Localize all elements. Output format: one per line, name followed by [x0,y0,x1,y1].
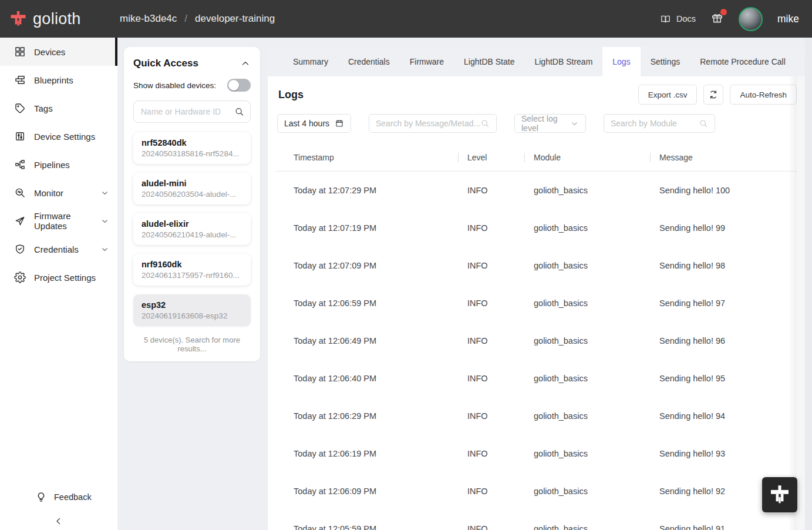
cell-level: INFO [458,374,524,383]
show-disabled-toggle[interactable] [227,79,251,92]
cell-message: Sending hello! 98 [650,261,797,270]
message-search-input[interactable] [376,119,480,128]
cell-message: Sending hello! 97 [650,298,797,308]
docs-link[interactable]: Docs [660,14,696,25]
table-row[interactable]: Today at 12:06:09 PMINFOgolioth_basicsSe… [276,472,797,510]
device-search-input[interactable] [133,100,251,123]
sidebar-item-pipelines[interactable]: Pipelines [0,150,117,179]
quick-access-panel: Quick Access Show disabled devices: nrf5… [124,47,260,361]
sidebar-item-blueprints[interactable]: Blueprints [0,66,117,94]
toggle-knob [228,80,239,90]
tab-settings[interactable]: Settings [641,47,690,76]
cell-timestamp: Today at 12:06:19 PM [276,449,458,458]
sidebar-item-devices[interactable]: Devices [0,38,117,66]
table-row[interactable]: Today at 12:06:40 PMINFOgolioth_basicsSe… [276,360,797,397]
column-header-timestamp: Timestamp [276,153,458,162]
cell-level: INFO [458,449,524,458]
header-actions: Docs mike [660,7,812,31]
cell-level: INFO [458,487,524,496]
cell-message: Sending hello! 100 [650,186,797,195]
time-range-picker[interactable]: Last 4 hours [277,114,351,133]
device-list-footer: 5 device(s). Search for more results... [133,336,251,353]
cell-module: golioth_basics [524,449,650,458]
breadcrumb-org[interactable]: mike-b3de4c [120,13,177,25]
cell-timestamp: Today at 12:06:49 PM [276,336,458,345]
lightbulb-icon [35,491,47,503]
table-scrollbar-track[interactable] [797,76,805,530]
sidebar-item-project-settings[interactable]: Project Settings [0,263,117,291]
avatar[interactable] [739,7,763,31]
breadcrumb-project[interactable]: developer-training [195,13,275,25]
chevron-up-icon[interactable] [240,58,251,69]
sidebar-collapse-button[interactable] [53,516,64,526]
table-row[interactable]: Today at 12:06:49 PMINFOgolioth_basicsSe… [276,322,797,360]
docs-label: Docs [676,14,696,24]
device-card-aludel-elixir[interactable]: aludel-elixir20240506210419-aludel-... [133,213,251,245]
tab-logs[interactable]: Logs [602,47,640,76]
calendar-icon [335,119,344,128]
cell-level: INFO [458,261,524,270]
devices-grid-icon [14,46,26,58]
device-name: nrf9160dk [141,260,242,269]
cell-module: golioth_basics [524,223,650,233]
whats-new-button[interactable] [710,11,724,27]
chevron-down-icon [100,189,109,197]
table-row[interactable]: Today at 12:07:29 PMINFOgolioth_basicsSe… [276,172,797,209]
sidebar-item-label: Pipelines [34,160,70,170]
tab-summary[interactable]: Summary [283,47,338,76]
feedback-button[interactable]: Feedback [35,491,92,503]
table-row[interactable]: Today at 12:07:09 PMINFOgolioth_basicsSe… [276,247,797,284]
device-card-nrf52840dk[interactable]: nrf52840dk20240503185816-nrf5284... [133,132,251,164]
log-table: TimestampLevelModuleMessage Today at 12:… [276,143,797,530]
table-row[interactable]: Today at 12:07:19 PMINFOgolioth_basicsSe… [276,209,797,247]
cell-timestamp: Today at 12:06:40 PM [276,374,458,383]
cell-module: golioth_basics [524,336,650,345]
paper-plane-icon [14,215,26,227]
quick-access-title: Quick Access [133,58,198,69]
user-name[interactable]: mike [777,13,799,25]
page-scrollbar-track[interactable] [805,38,812,530]
export-csv-button[interactable]: Export .csv [638,85,698,105]
golioth-figure-icon [9,10,27,28]
tab-credentials[interactable]: Credentials [338,47,400,76]
auto-refresh-button[interactable]: Auto-Refresh [730,85,797,105]
sidebar-item-label: Monitor [34,188,63,198]
cell-timestamp: Today at 12:06:59 PM [276,298,458,308]
device-card-aludel-mini[interactable]: aludel-mini20240506203504-aludel-... [133,173,251,204]
tab-lightdb-stream[interactable]: LightDB Stream [524,47,602,76]
refresh-button[interactable] [703,85,723,105]
column-header-message: Message [650,153,797,162]
sidebar-item-credentials[interactable]: Credentials [0,235,117,263]
sidebar-item-label: Devices [34,47,65,57]
cell-timestamp: Today at 12:07:09 PM [276,261,458,270]
table-row[interactable]: Today at 12:05:59 PMINFOgolioth_basicsSe… [276,510,797,530]
table-row[interactable]: Today at 12:06:29 PMINFOgolioth_basicsSe… [276,397,797,435]
device-name: aludel-elixir [141,219,242,229]
table-row[interactable]: Today at 12:06:19 PMINFOgolioth_basicsSe… [276,435,797,472]
log-level-select[interactable]: Select log level [514,114,586,133]
accessibility-widget-button[interactable] [762,477,797,512]
cell-module: golioth_basics [524,186,650,195]
chevron-down-icon [570,119,579,128]
tab-firmware[interactable]: Firmware [400,47,454,76]
table-row[interactable]: Today at 12:06:59 PMINFOgolioth_basicsSe… [276,284,797,322]
golioth-logo[interactable]: golioth [0,10,120,28]
tab-lightdb-state[interactable]: LightDB State [454,47,524,76]
app-header: golioth mike-b3de4c / developer-training… [0,0,812,38]
breadcrumb-separator: / [184,13,187,25]
search-icon [234,107,244,117]
search-icon [699,119,708,128]
device-card-esp32[interactable]: esp3220240619163608-esp32 [133,294,251,326]
sidebar-item-device-settings[interactable]: Device Settings [0,122,117,150]
sidebar-item-monitor[interactable]: Monitor [0,179,117,207]
cell-module: golioth_basics [524,374,650,383]
cell-level: INFO [458,298,524,308]
device-card-nrf9160dk[interactable]: nrf9160dk20240613175957-nrf9160... [133,254,251,286]
cell-timestamp: Today at 12:06:29 PM [276,411,458,421]
cell-message: Sending hello! 96 [650,336,797,345]
sidebar-item-firmware-updates[interactable]: Firmware Updates [0,207,117,235]
module-search-box [604,114,715,133]
tab-remote-procedure-call[interactable]: Remote Procedure Call [690,47,796,76]
sidebar-item-tags[interactable]: Tags [0,94,117,122]
module-search-input[interactable] [611,119,699,128]
